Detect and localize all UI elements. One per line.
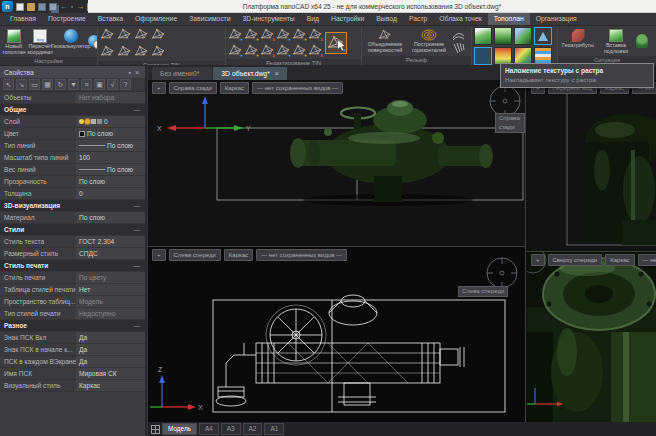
property-row[interactable]: Цвет По слою — [0, 128, 145, 140]
property-row[interactable]: 3D-визуализация — — [0, 200, 145, 212]
insert-underlay-button[interactable]: Вставка подложки — [598, 27, 634, 55]
property-value[interactable]: По слою — [76, 140, 145, 151]
viewport-style-button[interactable]: Каркас — [224, 249, 253, 261]
geo-attributes-button[interactable]: Геоатрибуты — [560, 27, 596, 55]
tin-merge-icon[interactable] — [244, 43, 259, 58]
property-row[interactable]: Имя ПСК Мировая СК — [0, 368, 145, 380]
collapse-icon[interactable]: — — [133, 202, 145, 209]
texture-from-raster-icon[interactable] — [474, 47, 492, 65]
tin-smooth-icon[interactable] — [308, 27, 323, 42]
render-3d-bottom-right[interactable] — [527, 252, 656, 422]
tin-by-contour-icon[interactable] — [100, 44, 115, 59]
ribbon-tab[interactable]: Главная — [4, 13, 42, 25]
layout-tab[interactable]: А1 — [264, 423, 284, 435]
collapse-icon[interactable]: — — [133, 322, 145, 329]
relief-shade-icon[interactable] — [514, 27, 532, 45]
viewport-plus-button[interactable]: + — [152, 82, 166, 94]
locator-view-label[interactable]: Справа сзади — [495, 113, 525, 133]
property-row[interactable]: Пространство таблиц... Модель — [0, 296, 145, 308]
ribbon-tab[interactable]: Вид — [301, 13, 325, 25]
group-label-settings[interactable]: Настройки — [0, 57, 97, 65]
viewport-top-right[interactable]: + Передний вид Каркас — нет сохраненных … — [527, 80, 656, 252]
texture-image-icon[interactable] — [474, 27, 492, 45]
tin-delete-point-icon[interactable] — [244, 27, 259, 42]
quick-select-icon[interactable]: ≡ — [81, 79, 92, 90]
close-tab-icon[interactable]: × — [275, 67, 279, 80]
nanocad-logo-icon[interactable]: n — [2, 1, 13, 12]
tin-build-icon[interactable] — [100, 27, 115, 42]
group-label-tin-create[interactable]: Создание TIN — [98, 61, 225, 65]
property-row[interactable]: Вес линий По слою — [0, 164, 145, 176]
layout-list-icon[interactable] — [151, 425, 160, 434]
help-icon[interactable]: ? — [120, 79, 131, 90]
ribbon-tab[interactable]: Топоплан — [488, 13, 530, 25]
viewport-saved-views-button[interactable]: — нет сохраненных видов — — [638, 254, 656, 266]
ribbon-tab[interactable]: Оформление — [129, 13, 183, 25]
property-row[interactable]: Стиль печати — — [0, 260, 145, 272]
undo-icon[interactable]: ← — [60, 3, 68, 11]
property-row[interactable]: Объекты Нет набора — [0, 92, 145, 104]
property-value[interactable]: 0 — [76, 188, 145, 199]
viewport-view-button[interactable]: Слева спереди — [169, 249, 221, 261]
property-row[interactable]: Слой 0 — [0, 116, 145, 128]
property-value[interactable]: Модель — [76, 296, 145, 307]
tin-add-point-icon[interactable] — [117, 44, 132, 59]
tin-move-node-icon[interactable] — [292, 27, 307, 42]
viewport-saved-views-button[interactable]: — нет сохраненных видов — — [256, 249, 347, 261]
slope-lines-icon[interactable] — [452, 42, 465, 55]
ribbon-tab[interactable]: Настройки — [325, 13, 370, 25]
property-row[interactable]: Тип стилей печати Недоступно — [0, 308, 145, 320]
viewport-bottom-right[interactable]: + Сверху спереди Каркас — нет сохраненны… — [527, 252, 656, 422]
layout-tab[interactable]: А3 — [221, 423, 241, 435]
property-row[interactable]: Тип линий По слою — [0, 140, 145, 152]
collapse-icon[interactable]: — — [133, 262, 145, 269]
property-value[interactable]: Да — [76, 344, 145, 355]
tin-boundary-icon[interactable] — [292, 43, 307, 58]
tin-delete-edge-icon[interactable] — [228, 43, 243, 58]
property-row[interactable]: Разное — — [0, 320, 145, 332]
point-cloud-icon[interactable] — [134, 27, 149, 42]
property-row[interactable]: Знак ПСК Вкл Да — [0, 332, 145, 344]
property-row[interactable]: Таблица стилей печати Нет — [0, 284, 145, 296]
viewport-top-left[interactable]: + Справа сзади Каркас — нет сохраненных … — [148, 80, 526, 247]
collapse-icon[interactable]: — — [133, 226, 145, 233]
ribbon-tab[interactable]: Вставка — [92, 13, 129, 25]
ribbon-tab[interactable]: Построение — [42, 13, 92, 25]
tin-edit-points-icon[interactable] — [228, 27, 243, 42]
cycle-selection-icon[interactable]: ↻ — [55, 79, 66, 90]
layout-tab[interactable]: А4 — [199, 423, 219, 435]
property-value[interactable]: Да — [76, 332, 145, 343]
property-value[interactable]: 100 — [76, 152, 145, 163]
relief-green-icon[interactable] — [494, 27, 512, 45]
property-value[interactable]: По слою — [76, 164, 145, 175]
property-row[interactable]: Визуальный стиль Каркас — [0, 380, 145, 392]
redo-icon[interactable]: → — [76, 3, 84, 11]
viewport-bottom-left[interactable]: + Слева спереди Каркас — нет сохраненных… — [148, 247, 526, 422]
recalc-coordinates-button[interactable]: Пересчёт координат — [27, 27, 53, 56]
build-contours-button[interactable]: Построение горизонталей — [408, 27, 450, 55]
properties-copy-icon[interactable]: ▣ — [94, 79, 105, 90]
tree-icon[interactable] — [636, 34, 648, 48]
property-value[interactable]: Нет — [76, 284, 145, 295]
property-row[interactable]: Общие — — [0, 104, 145, 116]
property-value[interactable]: Нет набора — [76, 92, 145, 103]
viewport-plus-button[interactable]: + — [152, 249, 166, 261]
property-value[interactable]: Мировая СК — [76, 368, 145, 379]
new-document-icon[interactable] — [16, 3, 24, 11]
grid-surface-icon[interactable] — [134, 44, 149, 59]
property-value[interactable]: Каркас — [76, 380, 145, 391]
property-value[interactable]: По слою — [76, 176, 145, 187]
tin-hole-icon[interactable] — [308, 43, 323, 58]
open-document-icon[interactable] — [27, 3, 35, 11]
crossing-select-icon[interactable]: ▦ — [42, 79, 53, 90]
tin-freehand-icon[interactable] — [151, 27, 166, 42]
selection-filter-icon[interactable]: ▼ — [68, 79, 79, 90]
ribbon-tab[interactable]: Вывод — [370, 13, 403, 25]
property-row[interactable]: Масштаб типа линий 100 — [0, 152, 145, 164]
tin-paste-icon[interactable] — [151, 44, 166, 59]
tin-from-lines-icon[interactable] — [117, 27, 132, 42]
locator-view-label[interactable]: Слева спереди — [458, 286, 508, 297]
ribbon-tab[interactable]: 3D-инструменты — [236, 13, 300, 25]
calculator-icon[interactable]: √ — [107, 79, 118, 90]
render-3d-top-right[interactable] — [527, 80, 656, 252]
